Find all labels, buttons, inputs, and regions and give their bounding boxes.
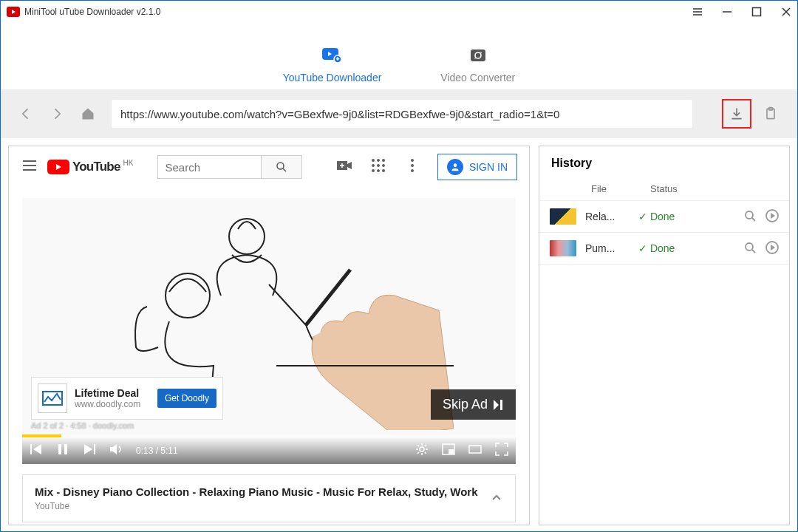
svg-point-13 [372,164,375,167]
forward-button[interactable] [44,100,70,127]
search-input[interactable] [157,155,261,179]
url-toolbar [1,89,797,138]
svg-rect-38 [469,446,481,453]
svg-marker-26 [494,400,499,410]
ad-cta-button[interactable]: Get Doodly [157,389,216,408]
history-row[interactable]: Rela... ✓ Done [539,200,789,232]
youtube-logo[interactable]: YouTube HK [47,160,134,174]
search-button[interactable] [261,155,302,179]
svg-rect-30 [58,444,61,454]
pause-button[interactable] [56,443,69,459]
ad-overlay-card[interactable]: Lifetime Deal www.doodly.com Get Doodly [31,377,223,420]
fullscreen-icon[interactable] [495,443,508,459]
history-status: ✓ Done [638,242,734,254]
mode-tabs: YouTube Downloader Video Converter [1,23,797,89]
svg-point-15 [382,164,385,167]
history-thumb-icon [550,240,576,256]
svg-point-11 [377,159,380,162]
skip-ad-label: Skip Ad [443,397,488,412]
maximize-button[interactable] [751,7,762,17]
svg-marker-9 [347,162,352,169]
svg-rect-33 [94,444,95,454]
next-button[interactable] [83,443,96,459]
history-file-name: Pum... [585,242,630,254]
youtube-play-icon [47,160,69,174]
svg-point-10 [372,159,375,162]
svg-rect-37 [449,449,454,454]
history-row[interactable]: Pum... ✓ Done [539,232,789,265]
back-button[interactable] [13,100,39,127]
svg-rect-28 [30,444,32,454]
more-options-icon[interactable] [403,157,421,177]
svg-point-22 [454,163,457,167]
url-input[interactable] [112,100,692,128]
settings-gear-icon[interactable] [415,443,429,459]
youtube-header: YouTube HK SIGN IN [9,146,529,188]
theater-icon[interactable] [468,443,482,459]
previous-button[interactable] [30,443,43,459]
open-folder-icon[interactable] [743,209,757,225]
history-panel: History File Status Rela... ✓ Done Pum..… [539,146,790,525]
video-title: Mix - Disney Piano Collection - Relaxing… [35,485,490,498]
history-thumb-icon [550,208,576,225]
svg-point-7 [277,163,284,169]
menu-icon[interactable] [21,157,38,177]
youtube-wordmark: YouTube [72,160,120,174]
skip-ad-button[interactable]: Skip Ad [431,389,516,420]
svg-point-23 [229,219,265,254]
expand-icon[interactable] [490,491,503,507]
time-display: 0:13 / 5:11 [136,446,178,456]
app-icon [7,7,20,17]
svg-point-39 [746,211,753,219]
avatar-icon [447,159,463,175]
download-mode-icon [321,47,344,64]
tab-downloader-label: YouTube Downloader [283,72,382,83]
convert-mode-icon [466,47,490,64]
miniplayer-icon[interactable] [442,443,455,459]
close-button[interactable] [781,7,791,17]
youtube-region: HK [123,159,134,167]
open-folder-icon[interactable] [743,241,757,256]
ad-thumb-icon [38,383,67,413]
tab-converter-label: Video Converter [440,72,515,83]
tab-video-converter[interactable]: Video Converter [440,47,515,83]
col-file-label: File [591,183,650,194]
title-bar: MiniTool uTube Downloader v2.1.0 [1,1,797,23]
svg-point-24 [166,273,210,318]
browser-frame: YouTube HK SIGN IN [8,146,530,525]
volume-button[interactable] [109,443,123,459]
video-title-card[interactable]: Mix - Disney Piano Collection - Relaxing… [22,474,516,522]
ad-meta-text: Ad 2 of 2 · 4:58 · doodly.com [31,421,134,430]
play-file-icon[interactable] [765,209,779,225]
history-file-name: Rela... [585,211,630,222]
history-title: History [539,146,789,180]
player-controls: 0:13 / 5:11 [22,437,516,464]
clipboard-button[interactable] [756,99,785,129]
download-button[interactable] [722,99,751,129]
svg-point-17 [377,169,380,172]
history-status: ✓ Done [638,211,734,222]
history-columns: File Status [539,180,789,200]
tab-youtube-downloader[interactable]: YouTube Downloader [283,47,382,83]
play-file-icon[interactable] [765,241,779,256]
sign-in-button[interactable]: SIGN IN [437,154,517,180]
svg-marker-32 [84,444,92,454]
svg-marker-29 [33,444,41,454]
svg-marker-41 [771,213,775,219]
svg-point-14 [377,164,380,167]
svg-point-16 [372,169,375,172]
svg-point-18 [382,169,385,172]
svg-rect-0 [753,8,761,16]
svg-marker-34 [110,444,117,454]
svg-point-35 [420,447,424,451]
col-status-label: Status [650,183,678,194]
hamburger-icon[interactable] [692,7,703,17]
home-button[interactable] [75,100,101,127]
svg-point-19 [411,159,414,162]
minimize-button[interactable] [722,7,732,17]
create-video-icon[interactable] [335,157,353,177]
window-title: MiniTool uTube Downloader v2.1.0 [24,7,160,17]
apps-grid-icon[interactable] [369,157,387,177]
video-player[interactable]: Lifetime Deal www.doodly.com Get Doodly … [22,198,516,464]
video-subtitle: YouTube [35,501,490,511]
